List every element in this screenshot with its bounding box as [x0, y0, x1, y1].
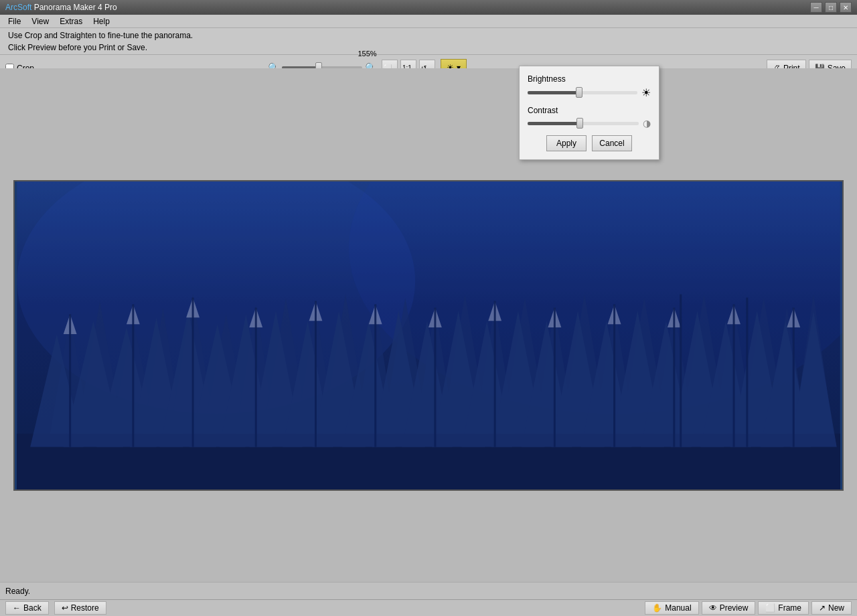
brightness-track[interactable]	[528, 91, 637, 94]
title-rest: Panorama Maker 4 Pro	[31, 3, 116, 12]
title-text: ArcSoft Panorama Maker 4 Pro	[5, 3, 117, 12]
title-arcsoft: ArcSoft	[5, 3, 31, 12]
info-line1: Use Crop and Straighten to fine-tune the…	[8, 29, 193, 42]
preview-icon: 👁	[709, 603, 717, 613]
status-bar: Ready.	[0, 582, 857, 599]
back-icon: ←	[13, 603, 21, 613]
back-button[interactable]: ← Back	[5, 601, 49, 615]
menu-file[interactable]: File	[3, 15, 26, 27]
restore-label: Restore	[71, 603, 99, 613]
preview-button[interactable]: 👁 Preview	[702, 601, 756, 615]
brightness-label: Brightness	[528, 74, 651, 84]
info-bar: Use Crop and Straighten to fine-tune the…	[0, 28, 857, 55]
restore-icon: ↩	[62, 603, 68, 613]
close-button[interactable]: ✕	[840, 2, 852, 13]
panorama-container	[13, 180, 844, 491]
forest-svg	[15, 181, 842, 489]
back-label: Back	[23, 603, 42, 613]
bottom-bar: ← Back ↩ Restore ✋ Manual 👁 Preview ⬜ Fr…	[0, 599, 857, 616]
info-line2: Click Preview before you Print or Save.	[8, 42, 193, 54]
frame-label: Frame	[778, 603, 801, 613]
zoom-percent: 155%	[358, 50, 376, 58]
brightness-icon: ☀	[641, 86, 651, 99]
title-bar: ArcSoft Panorama Maker 4 Pro ─ □ ✕	[0, 0, 857, 15]
window-controls: ─ □ ✕	[810, 2, 852, 13]
restore-button[interactable]: ↩ Restore	[54, 601, 106, 615]
contrast-thumb[interactable]	[576, 118, 583, 129]
contrast-label: Contrast	[528, 106, 651, 115]
info-text: Use Crop and Straighten to fine-tune the…	[8, 29, 193, 54]
cancel-button[interactable]: Cancel	[592, 135, 632, 151]
contrast-icon: ◑	[643, 118, 651, 129]
brightness-contrast-panel: Brightness ☀ Contrast ◑ Apply Cancel	[519, 66, 659, 160]
bottom-right: ✋ Manual 👁 Preview ⬜ Frame ↗ New	[645, 601, 852, 615]
frame-icon: ⬜	[765, 603, 775, 613]
menu-extras[interactable]: Extras	[54, 15, 88, 27]
panorama-image	[13, 180, 844, 491]
manual-label: Manual	[665, 603, 691, 613]
new-label: New	[828, 603, 844, 613]
brightness-thumb[interactable]	[576, 87, 582, 98]
new-button[interactable]: ↗ New	[811, 601, 852, 615]
contrast-row: Contrast ◑	[528, 106, 651, 129]
preview-label: Preview	[720, 603, 749, 613]
status-text: Ready.	[5, 587, 30, 596]
brightness-row: Brightness ☀	[528, 74, 651, 99]
contrast-slider-row: ◑	[528, 118, 651, 129]
svg-rect-84	[17, 181, 840, 489]
menu-help[interactable]: Help	[88, 15, 115, 27]
bottom-left: ← Back ↩ Restore	[5, 601, 106, 615]
bc-buttons: Apply Cancel	[528, 135, 651, 151]
manual-icon: ✋	[652, 603, 662, 613]
menu-view[interactable]: View	[26, 15, 54, 27]
new-icon: ↗	[819, 603, 826, 613]
minimize-button[interactable]: ─	[810, 2, 822, 13]
frame-button[interactable]: ⬜ Frame	[758, 601, 809, 615]
maximize-button[interactable]: □	[825, 2, 837, 13]
canvas-area	[0, 68, 857, 583]
contrast-track[interactable]	[528, 122, 639, 125]
manual-button[interactable]: ✋ Manual	[645, 601, 698, 615]
menu-bar: File View Extras Help	[0, 15, 857, 28]
brightness-slider-row: ☀	[528, 86, 651, 99]
apply-button[interactable]: Apply	[546, 135, 587, 151]
